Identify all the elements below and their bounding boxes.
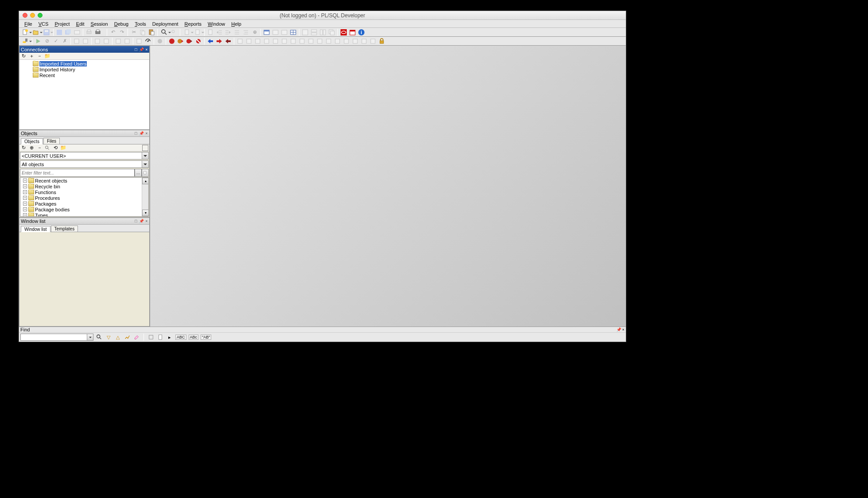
- paste-button[interactable]: [147, 28, 155, 36]
- tile-v-button[interactable]: [319, 28, 327, 36]
- open-button[interactable]: [31, 28, 41, 36]
- find-erase-icon[interactable]: [133, 334, 140, 341]
- debug-lock-button[interactable]: [378, 37, 386, 45]
- new-button[interactable]: [20, 28, 30, 36]
- tab-files[interactable]: Files: [43, 138, 60, 144]
- doc-action-2-button[interactable]: [193, 28, 202, 36]
- expand-icon[interactable]: +: [23, 190, 27, 194]
- menu-edit[interactable]: Edit: [74, 21, 87, 27]
- panel-pin-button[interactable]: 📌: [139, 131, 144, 136]
- bookmark-button[interactable]: [206, 28, 214, 36]
- menu-window[interactable]: Window: [205, 21, 228, 27]
- menu-help[interactable]: Help: [229, 21, 244, 27]
- commit-button[interactable]: ✓: [52, 37, 60, 45]
- menu-session[interactable]: Session: [88, 21, 111, 27]
- find-up-icon[interactable]: △: [114, 334, 121, 341]
- cascade-button[interactable]: [328, 28, 336, 36]
- expand-icon[interactable]: +: [23, 179, 27, 183]
- refresh-2-icon[interactable]: ⟲: [52, 145, 58, 151]
- menu-file[interactable]: File: [22, 21, 35, 27]
- tree-item-recent[interactable]: Recent: [20, 72, 148, 78]
- explain-2-button[interactable]: [81, 37, 89, 45]
- tab-templates[interactable]: Templates: [51, 226, 78, 232]
- debug-btn-14[interactable]: [351, 37, 359, 45]
- email-button[interactable]: [73, 28, 81, 36]
- debug-btn-6[interactable]: [280, 37, 288, 45]
- filter-input[interactable]: [20, 169, 135, 177]
- tab-window-list[interactable]: Window list: [21, 226, 50, 232]
- debug-btn-8[interactable]: [298, 37, 306, 45]
- collapse-icon[interactable]: －: [36, 145, 43, 151]
- debug-start-button[interactable]: [156, 37, 164, 45]
- save-all-button[interactable]: [64, 28, 72, 36]
- info-button[interactable]: i: [357, 28, 365, 36]
- debug-btn-12[interactable]: [333, 37, 341, 45]
- debug-step-button[interactable]: [177, 37, 185, 45]
- save-button[interactable]: [42, 28, 51, 36]
- tree-item-packages[interactable]: +Packages: [20, 201, 148, 206]
- color-picker-button[interactable]: [142, 145, 148, 151]
- filter-apply-button[interactable]: [142, 169, 149, 177]
- doc-action-button[interactable]: [182, 28, 192, 36]
- panel-maximize-button[interactable]: □: [133, 131, 139, 136]
- panel-maximize-button[interactable]: □: [133, 218, 139, 224]
- tree-item-types[interactable]: +Types: [20, 212, 148, 217]
- find-list-icon[interactable]: ▸: [166, 334, 173, 341]
- menu-project[interactable]: Project: [52, 21, 72, 27]
- format-2-button[interactable]: [242, 28, 250, 36]
- debug-step-out-button[interactable]: [194, 37, 202, 45]
- query-builder-button[interactable]: [263, 28, 271, 36]
- panel-pin-button[interactable]: 📌: [616, 327, 621, 332]
- save-file-button[interactable]: [55, 28, 63, 36]
- tab-objects[interactable]: Objects: [21, 138, 43, 144]
- debug-btn-13[interactable]: [342, 37, 350, 45]
- expand-icon[interactable]: +: [23, 213, 27, 217]
- connections-tree[interactable]: Imported Fixed Users Imported History Re…: [19, 60, 149, 129]
- tree-item-procedures[interactable]: +Procedures: [20, 195, 148, 201]
- folder-icon[interactable]: 📁: [44, 53, 50, 59]
- refresh-icon[interactable]: ↻: [20, 53, 27, 59]
- filter-type-combo[interactable]: All objects: [20, 160, 149, 168]
- debug-btn-5[interactable]: [271, 37, 279, 45]
- beautifier-button[interactable]: [114, 37, 122, 45]
- find-regex-icon[interactable]: [147, 334, 155, 341]
- table-3-button[interactable]: [289, 28, 297, 36]
- tile-h-button[interactable]: [310, 28, 318, 36]
- scrollbar[interactable]: ▴ ▾: [142, 178, 148, 216]
- debug-step-over-button[interactable]: [186, 37, 194, 45]
- panel-maximize-button[interactable]: □: [133, 47, 139, 52]
- nav-back-button[interactable]: [206, 37, 214, 45]
- find-document-icon[interactable]: [157, 334, 164, 341]
- debug-btn-15[interactable]: [360, 37, 368, 45]
- find-case-abc2-button[interactable]: ABc: [189, 335, 199, 340]
- find-next-button[interactable]: [170, 28, 178, 36]
- tree-item-imported-history[interactable]: Imported History: [20, 66, 148, 72]
- cut-button[interactable]: ✂: [130, 28, 138, 36]
- redo-button[interactable]: ↷: [118, 28, 126, 36]
- tree-item-package-bodies[interactable]: +Package bodies: [20, 206, 148, 212]
- panel-close-button[interactable]: ×: [622, 327, 624, 332]
- objects-tree[interactable]: +Recent objects +Recycle bin +Functions …: [20, 177, 149, 217]
- indent-right-button[interactable]: [224, 28, 232, 36]
- format-3-button[interactable]: ⊕: [251, 28, 259, 36]
- expand-icon[interactable]: +: [23, 184, 27, 188]
- menu-vcs[interactable]: VCS: [36, 21, 51, 27]
- folder-icon[interactable]: 📁: [60, 145, 66, 151]
- break-button[interactable]: ⊘: [43, 37, 51, 45]
- find-case-abc-button[interactable]: ABC: [175, 335, 186, 340]
- find-highlight-icon[interactable]: [124, 334, 131, 341]
- expand-icon[interactable]: +: [23, 207, 27, 211]
- debug-btn-16[interactable]: [369, 37, 377, 45]
- remove-icon[interactable]: －: [36, 53, 43, 59]
- oracle-button[interactable]: [340, 28, 348, 36]
- panel-pin-button[interactable]: 📌: [139, 47, 144, 52]
- expand-icon[interactable]: +: [23, 196, 27, 200]
- window-button[interactable]: [301, 28, 309, 36]
- logon-button[interactable]: [20, 37, 30, 45]
- tree-item-recent-objects[interactable]: +Recent objects: [20, 178, 148, 183]
- panel-close-button[interactable]: ×: [144, 47, 149, 52]
- execute-button[interactable]: [34, 37, 42, 45]
- print-setup-button[interactable]: [94, 28, 102, 36]
- debug-btn-2[interactable]: [245, 37, 253, 45]
- undo-button[interactable]: ↶: [109, 28, 117, 36]
